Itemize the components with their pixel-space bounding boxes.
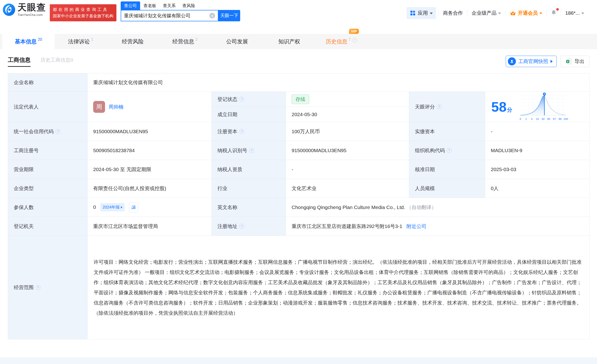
search-input[interactable] bbox=[124, 13, 209, 18]
tab-label: 基本信息 bbox=[15, 38, 37, 45]
score-value: 58分 bbox=[491, 100, 512, 114]
nearby-companies-link[interactable]: 附近公司 bbox=[407, 224, 426, 229]
open-vip-label: 开通会员 bbox=[518, 10, 538, 16]
reg-address-cell: 重庆市江北区五里店街道建新东路292号附16号3-1 附近公司 bbox=[286, 217, 589, 236]
reg-authority-value: 重庆市江北区市场监督管理局 bbox=[87, 217, 212, 236]
credit-code-value: 91500000MADLU3EN95 bbox=[87, 122, 212, 141]
tab-legal-proceedings[interactable]: 法律诉讼 1 bbox=[55, 34, 107, 49]
svg-text:0: 0 bbox=[519, 117, 521, 120]
search-tab-relation[interactable]: 查关系 bbox=[160, 1, 179, 10]
search-area: 查公司 查老板 查关系 查风险 × 天眼一下 bbox=[121, 1, 240, 21]
legal-rep-label: 法定代表人 bbox=[8, 92, 87, 122]
apps-menu[interactable]: 应用 bbox=[407, 7, 436, 19]
help-icon[interactable]: ? bbox=[55, 129, 61, 134]
notification-dot bbox=[556, 8, 559, 11]
svg-text:97: 97 bbox=[553, 117, 556, 120]
reg-number-value: 500905018238784 bbox=[87, 141, 212, 160]
approval-date-label: 核准日期 bbox=[409, 160, 485, 179]
insured-count-value: 0 bbox=[93, 204, 96, 209]
help-icon[interactable]: ? bbox=[447, 148, 452, 153]
annual-report-badge[interactable]: 2024年报 bbox=[100, 203, 125, 211]
tab-operation-info[interactable]: 经营信息 2 bbox=[159, 34, 211, 49]
svg-text:1: 1 bbox=[525, 117, 526, 120]
business-info-section-header: 工商信息 历史工商信息0 工商官网快照 导出 bbox=[0, 49, 597, 72]
tab-label: 公司发展 bbox=[226, 38, 248, 45]
tab-count: 20 bbox=[38, 38, 42, 42]
vip-badge: VIP bbox=[349, 29, 359, 34]
table-row: 营业期限 2024-05-30 至 无固定期限 纳税人资质 - 核准日期 202… bbox=[8, 160, 589, 179]
subtab-history-business-info[interactable]: 历史工商信息0 bbox=[40, 57, 73, 66]
business-info-table: 企业名称 重庆倾城计划文化传媒有限公司 法定代表人 周 周帅楠 登记状态? 存续… bbox=[8, 73, 589, 339]
export-button[interactable]: 导出 bbox=[560, 56, 589, 67]
table-row: 登记机关 重庆市江北区市场监督管理局 注册地址? 重庆市江北区五里店街道建新东路… bbox=[8, 217, 589, 236]
business-term-label: 营业期限 bbox=[8, 160, 87, 179]
official-snapshot-button[interactable]: 工商官网快照 bbox=[506, 56, 557, 67]
tab-company-development[interactable]: 公司发展 bbox=[211, 34, 263, 49]
excel-icon bbox=[566, 58, 572, 65]
reg-address-value: 重庆市江北区五里店街道建新东路292号附16号3-1 bbox=[292, 224, 402, 229]
tab-label: 经营信息 bbox=[172, 38, 194, 45]
nav-business-cooperation[interactable]: 商务合作 bbox=[439, 10, 467, 16]
bell-icon bbox=[550, 9, 557, 16]
nav-enterprise-products[interactable]: 企业级产品 bbox=[467, 10, 505, 16]
svg-text:99: 99 bbox=[558, 117, 561, 120]
search-tab-boss[interactable]: 查老板 bbox=[140, 1, 160, 10]
logo-text: 天眼查 bbox=[17, 3, 46, 12]
org-code-value: MADLU3EN-9 bbox=[485, 141, 589, 160]
subtab-business-info[interactable]: 工商信息 bbox=[8, 56, 31, 67]
search-button[interactable]: 天眼一下 bbox=[218, 10, 240, 21]
tab-basic-info[interactable]: 基本信息 20 bbox=[2, 34, 55, 49]
help-icon[interactable]: ? bbox=[239, 97, 244, 102]
tab-label: 法律诉讼 bbox=[68, 38, 90, 45]
tab-history-info[interactable]: VIP 历史信息 7 ? bbox=[315, 34, 368, 49]
reg-status-cell: 存续 bbox=[286, 92, 409, 107]
search-tab-company[interactable]: 查公司 bbox=[121, 1, 140, 10]
staff-size-label: 人员规模 bbox=[409, 179, 485, 198]
taxpayer-id-label: 纳税人识别号? bbox=[212, 141, 286, 160]
help-icon[interactable]: ? bbox=[239, 224, 244, 229]
approval-date-value: 2025-03-03 bbox=[485, 160, 589, 179]
tianyancha-logo[interactable]: 天眼查 TianYanCha.com bbox=[2, 3, 46, 16]
account-menu[interactable]: 186*... bbox=[561, 10, 589, 16]
score-axis-ticks: 0 1 3 15 50 85 97 99 100 bbox=[519, 117, 568, 120]
svg-text:50: 50 bbox=[542, 117, 545, 120]
snapshot-label: 工商官网快照 bbox=[518, 58, 548, 65]
svg-text:85: 85 bbox=[547, 117, 550, 120]
help-icon[interactable]: ? bbox=[437, 104, 442, 109]
help-icon[interactable]: ? bbox=[352, 38, 357, 43]
arrow-right-icon bbox=[550, 60, 553, 63]
tab-operation-risk[interactable]: 经营风险 bbox=[107, 34, 159, 49]
reg-status-label: 登记状态? bbox=[212, 92, 286, 107]
auto-translate-note: （自动翻译） bbox=[407, 204, 437, 210]
search-tabs: 查公司 查老板 查关系 查风险 bbox=[121, 1, 240, 10]
avatar[interactable]: 周 bbox=[93, 101, 105, 113]
legal-rep-link[interactable]: 周帅楠 bbox=[109, 104, 124, 110]
taxpayer-quality-label: 纳税人资质 bbox=[212, 160, 286, 179]
search-tab-risk[interactable]: 查风险 bbox=[179, 1, 198, 10]
top-nav: 应用 商务合作 企业级产品 开通会员 bbox=[407, 7, 589, 19]
establish-date-value: 2024-05-30 bbox=[286, 107, 409, 122]
score-distribution-chart: 0 1 3 15 50 85 97 99 100 bbox=[518, 92, 569, 122]
clear-icon[interactable]: × bbox=[209, 13, 215, 18]
company-tabs: 基本信息 20 法律诉讼 1 经营风险 经营信息 2 公司发展 知识产权 VIP… bbox=[0, 34, 597, 49]
table-row: 工商注册号 500905018238784 纳税人识别号? 91500000MA… bbox=[8, 141, 589, 160]
chevron-down-icon bbox=[539, 13, 542, 14]
help-icon[interactable]: ? bbox=[239, 129, 244, 134]
table-row: 统一社会信用代码? 91500000MADLU3EN95 注册资本? 100万人… bbox=[8, 122, 589, 141]
nav-open-vip[interactable]: 开通会员 bbox=[505, 10, 547, 16]
help-icon[interactable]: ? bbox=[249, 148, 254, 153]
industry-value: 文化艺术业 bbox=[286, 179, 409, 198]
help-icon[interactable]: ? bbox=[36, 285, 40, 290]
reg-address-label: 注册地址? bbox=[212, 217, 286, 236]
business-scope-label: 经营范围? bbox=[8, 236, 87, 339]
establish-date-label: 成立日期 bbox=[212, 107, 286, 122]
company-type-value: 有限责任公司(自然人投资或控股) bbox=[87, 179, 212, 198]
top-header: 天眼查 TianYanCha.com 都在用的商业查询工具 国家中小企业发展子基… bbox=[0, 0, 597, 23]
business-term-value: 2024-05-30 至 无固定期限 bbox=[87, 160, 212, 179]
tab-label: 历史信息 bbox=[326, 38, 348, 45]
tab-intellectual-property[interactable]: 知识产权 bbox=[263, 34, 315, 49]
insured-trend-button[interactable] bbox=[129, 202, 138, 213]
notification-bell[interactable] bbox=[547, 9, 561, 17]
tyc-score-label: 天眼评分? bbox=[409, 92, 485, 122]
footer-strip bbox=[0, 357, 597, 364]
